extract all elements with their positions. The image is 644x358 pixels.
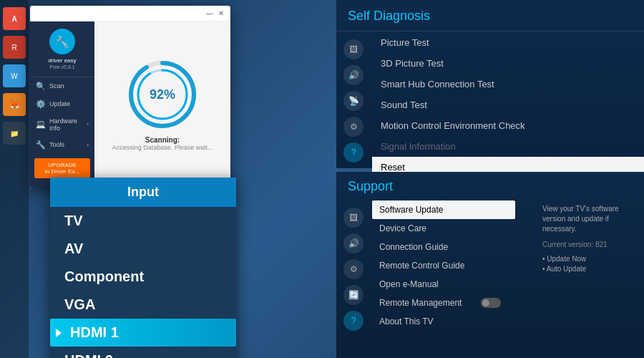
diag-item-3d-picture[interactable]: 3D Picture Test: [372, 53, 644, 74]
driver-easy-main: 92% Scanning: Accessing Database. Please…: [94, 21, 230, 188]
support-nav-icon-2[interactable]: 🔊: [343, 233, 364, 253]
logo-icon: 🔧: [55, 35, 69, 49]
update-now[interactable]: • Update Now: [542, 254, 635, 264]
self-diagnosis-nav: 🖼 🔊 📡 ⚙ ?: [343, 39, 364, 163]
support-info-text: View your TV's software version and upda…: [542, 204, 635, 234]
input-menu: Input TV AV Component VGA HDMI 1 HDMI 2: [50, 178, 236, 358]
support-item-emanual[interactable]: Open e-Manual: [372, 275, 515, 294]
progress-percent: 92%: [150, 87, 175, 102]
taskbar-icon-4[interactable]: 🦊: [3, 93, 26, 116]
support-title: Support: [348, 179, 633, 194]
logo-circle: 🔧: [49, 29, 75, 54]
taskbar: A R W 🦊 📁: [0, 0, 29, 358]
support-nav: 🖼 🔊 ⚙ 🔄 ?: [343, 208, 364, 331]
nav-icon-settings[interactable]: ⚙: [343, 117, 364, 137]
support-item-software-update[interactable]: Software Update: [372, 200, 515, 219]
input-item-hdmi2[interactable]: HDMI 2: [50, 347, 236, 358]
diag-item-picture-test[interactable]: Picture Test: [372, 32, 644, 53]
taskbar-icon-5[interactable]: 📁: [3, 122, 26, 145]
driver-easy-window: — ✕ 🔧 driver easy Free v5.8.1 🔍 Scan ⚙️ …: [30, 6, 230, 188]
diag-item-smart-hub[interactable]: Smart Hub Connection Test: [372, 74, 644, 95]
sidebar-item-hardware[interactable]: 💻 Hardware Info ›: [30, 113, 94, 136]
support-item-remote-guide[interactable]: Remote Control Guide: [372, 256, 515, 275]
update-icon: ⚙️: [36, 100, 46, 109]
upgrade-sub: to Driver Ea...: [36, 168, 88, 175]
nav-icon-sound[interactable]: 🔊: [343, 65, 364, 85]
input-item-component[interactable]: Component: [50, 263, 236, 291]
input-item-hdmi1[interactable]: HDMI 1: [50, 319, 236, 347]
nav-icon-picture[interactable]: 🖼: [343, 39, 364, 59]
auto-update[interactable]: • Auto Update: [542, 264, 635, 274]
tools-icon: 🔧: [36, 140, 46, 150]
self-diagnosis-menu: Picture Test 3D Picture Test Smart Hub C…: [372, 32, 644, 178]
support-nav-icon-5[interactable]: ?: [343, 311, 364, 331]
input-item-vga[interactable]: VGA: [50, 291, 236, 319]
taskbar-icon-3[interactable]: W: [3, 64, 26, 87]
input-item-tv[interactable]: TV: [50, 207, 236, 235]
input-item-av[interactable]: AV: [50, 235, 236, 263]
hardware-arrow: ›: [87, 121, 89, 127]
driver-easy-sidebar: 🔧 driver easy Free v5.8.1 🔍 Scan ⚙️ Upda…: [30, 21, 94, 188]
progress-ring: 92%: [127, 59, 198, 130]
update-label: Update: [49, 100, 70, 107]
upgrade-button[interactable]: UPGRADE to Driver Ea...: [34, 158, 90, 178]
scanning-label: Scanning:: [145, 136, 180, 144]
self-diagnosis-header: Self Diagnosis: [336, 0, 644, 32]
tools-arrow: ›: [87, 142, 89, 148]
support-header: Support: [336, 172, 644, 198]
hardware-icon: 💻: [36, 120, 46, 129]
sidebar-item-scan[interactable]: 🔍 Scan: [30, 77, 94, 95]
diag-item-motion[interactable]: Motion Control Environment Check: [372, 115, 644, 136]
support-nav-icon-4[interactable]: 🔄: [343, 285, 364, 305]
close-button[interactable]: ✕: [216, 9, 226, 19]
support-item-connection-guide[interactable]: Connection Guide: [372, 238, 515, 256]
support-item-about[interactable]: About This TV: [372, 312, 515, 331]
remote-mgmt-toggle[interactable]: [481, 298, 501, 308]
sidebar-item-tools[interactable]: 🔧 Tools ›: [30, 136, 94, 154]
logo-version: Free v5.8.1: [36, 64, 89, 69]
support-item-remote-mgmt[interactable]: Remote Management: [372, 294, 515, 312]
self-diagnosis-title: Self Diagnosis: [348, 9, 633, 24]
minimize-button[interactable]: —: [205, 9, 215, 19]
taskbar-icon-2[interactable]: R: [3, 36, 26, 59]
nav-icon-support[interactable]: ?: [343, 142, 364, 163]
desktop: A R W 🦊 📁 — ✕ 🔧 driver easy Free v5.8.1 …: [0, 0, 644, 358]
sidebar-item-update[interactable]: ⚙️ Update: [30, 95, 94, 113]
support-item-device-care[interactable]: Device Care: [372, 219, 515, 238]
update-options: • Update Now • Auto Update: [542, 254, 635, 274]
scan-icon: 🔍: [36, 82, 46, 91]
diag-item-signal[interactable]: Signal Information: [372, 136, 644, 157]
taskbar-icon-1[interactable]: A: [3, 7, 26, 30]
scan-label: Scan: [49, 82, 64, 90]
driver-easy-logo: 🔧 driver easy Free v5.8.1: [30, 21, 94, 77]
self-diagnosis-panel: Self Diagnosis 🖼 🔊 📡 ⚙ ? Picture Test 3D…: [336, 0, 644, 168]
support-nav-icon-3[interactable]: ⚙: [343, 259, 364, 279]
current-version: Current version: 821: [542, 240, 635, 250]
input-menu-header: Input: [50, 178, 236, 207]
support-menu: Software Update Device Care Connection G…: [372, 200, 515, 331]
remote-mgmt-label: Remote Management: [379, 298, 462, 308]
hardware-label: Hardware Info: [49, 117, 83, 132]
nav-icon-network[interactable]: 📡: [343, 91, 364, 111]
logo-name: driver easy: [36, 57, 89, 64]
support-panel: Support 🖼 🔊 ⚙ 🔄 ? Software Update Device…: [336, 172, 644, 358]
support-info: View your TV's software version and upda…: [542, 204, 635, 274]
driver-easy-titlebar: — ✕: [30, 6, 230, 21]
upgrade-label: UPGRADE: [36, 162, 88, 168]
scanning-sub: Accessing Database. Please wait...: [112, 144, 213, 151]
support-nav-icon-1[interactable]: 🖼: [343, 208, 364, 228]
diag-item-sound[interactable]: Sound Test: [372, 95, 644, 115]
tools-label: Tools: [49, 141, 64, 148]
